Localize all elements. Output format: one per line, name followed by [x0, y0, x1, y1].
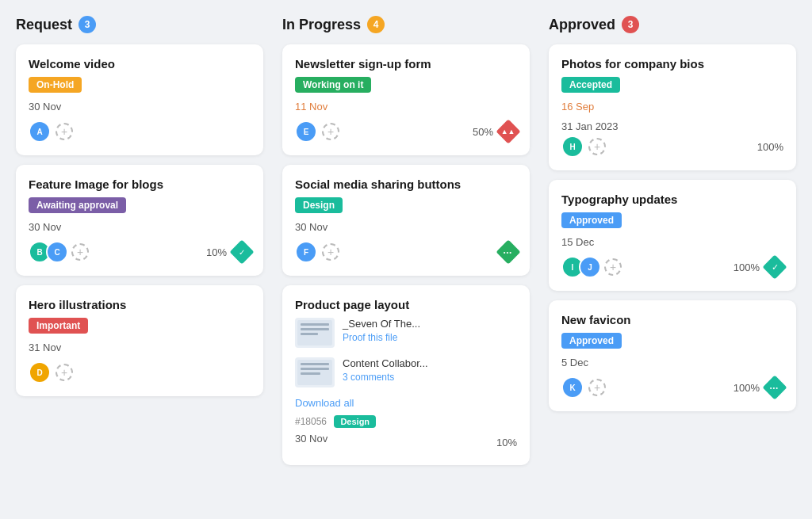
- card-product-page: Product page layout _Seven Of The... Pro…: [282, 285, 530, 465]
- card-title: Product page layout: [295, 298, 517, 311]
- card-footer: F + •••: [295, 241, 517, 263]
- progress-area: 50% ▲▲: [473, 123, 517, 140]
- avatar: D: [29, 361, 51, 384]
- avatars-row: K +: [561, 376, 606, 399]
- percent: 100%: [733, 382, 760, 394]
- column-title-in-progress: In Progress: [282, 17, 361, 33]
- add-assignee-button[interactable]: +: [588, 379, 606, 396]
- progress-area: 100% ✓: [733, 258, 783, 276]
- add-assignee-button[interactable]: +: [56, 364, 73, 381]
- comments-link[interactable]: 3 comments: [343, 372, 394, 383]
- column-header-request: Request 3: [16, 16, 263, 33]
- percent: 10%: [496, 437, 517, 448]
- card-hero-illustrations: Hero illustrations Important 31 Nov D +: [16, 285, 263, 396]
- file-thumbnail-1: [295, 318, 335, 348]
- avatar: F: [295, 241, 317, 263]
- file-thumb-inner: [297, 360, 332, 385]
- file-thumbnail-2: [295, 357, 335, 387]
- thumb-line: [301, 328, 329, 330]
- card-footer: D +: [29, 361, 251, 384]
- avatar: A: [29, 120, 51, 143]
- thumb-line: [301, 323, 329, 326]
- percent: 50%: [473, 126, 493, 138]
- check-icon: [229, 239, 254, 264]
- column-title-approved: Approved: [549, 17, 615, 33]
- thumb-line: [301, 333, 318, 335]
- file-name-2: Content Collabor...: [343, 357, 428, 369]
- card-footer: H + 100%: [561, 135, 783, 158]
- percent: 100%: [757, 141, 783, 153]
- column-in-progress: In Progress 4 Newsletter sign-up form Wo…: [282, 16, 530, 475]
- column-badge-approved: 3: [622, 16, 639, 33]
- card-footer: 30 Nov 10%: [295, 433, 517, 452]
- dots-icon: •••: [762, 375, 787, 399]
- add-assignee-button[interactable]: +: [322, 243, 339, 261]
- card-date-secondary: 31 Jan 2023: [561, 120, 783, 132]
- add-assignee-button[interactable]: +: [56, 123, 73, 140]
- card-title: Welcome video: [29, 57, 251, 71]
- avatars-row: E +: [295, 120, 339, 143]
- column-header-in-progress: In Progress 4: [282, 16, 530, 33]
- card-title: Feature Image for blogs: [29, 177, 251, 191]
- card-date: 30 Nov: [295, 433, 327, 445]
- avatars-row: D +: [29, 361, 73, 384]
- file-name-1: _Seven Of The...: [343, 318, 420, 330]
- card-footer: K + 100% •••: [561, 376, 783, 399]
- card-title: Hero illustrations: [29, 298, 251, 311]
- card-tag: Approved: [561, 333, 622, 349]
- card-typography: Typography updates Approved 15 Dec I J +…: [549, 180, 796, 291]
- card-welcome-video: Welcome video On-Hold 30 Nov A +: [16, 44, 263, 155]
- avatars-row: F +: [295, 241, 339, 263]
- file-info-2: Content Collabor... 3 comments: [343, 357, 428, 384]
- column-approved: Approved 3 Photos for company bios Accep…: [549, 16, 796, 475]
- check-icon: ✓: [762, 254, 787, 279]
- proof-file-link[interactable]: Proof this file: [343, 332, 397, 343]
- avatar: K: [561, 376, 584, 399]
- add-assignee-button[interactable]: +: [588, 138, 606, 155]
- card-new-favicon: New favicon Approved 5 Dec K + 100% •••: [549, 300, 796, 411]
- download-all-link[interactable]: Download all: [295, 397, 517, 409]
- card-title: Social media sharing buttons: [295, 177, 517, 191]
- file-attachment-1: _Seven Of The... Proof this file: [295, 318, 517, 348]
- card-tag: Approved: [561, 212, 622, 228]
- column-request: Request 3 Welcome video On-Hold 30 Nov A…: [16, 16, 263, 475]
- avatar: E: [295, 120, 317, 143]
- add-assignee-button[interactable]: +: [71, 243, 89, 261]
- up-icon: ▲▲: [496, 119, 520, 143]
- card-footer: A +: [29, 120, 251, 143]
- card-date: 15 Dec: [561, 236, 783, 248]
- card-date-primary: 16 Sep: [561, 101, 783, 113]
- column-badge-request: 3: [79, 16, 96, 33]
- card-id-tag: Design: [334, 415, 376, 428]
- card-footer: I J + 100% ✓: [561, 256, 783, 278]
- card-title: New favicon: [561, 313, 783, 326]
- progress-area: 100% •••: [733, 379, 783, 396]
- thumb-line: [301, 372, 320, 375]
- thumb-line: [301, 363, 329, 365]
- percent: 100%: [733, 261, 760, 273]
- column-header-approved: Approved 3: [549, 16, 796, 33]
- card-date: 31 Nov: [29, 342, 251, 353]
- card-footer: E + 50% ▲▲: [295, 120, 517, 143]
- card-title: Typography updates: [561, 193, 783, 206]
- card-tag: Design: [295, 197, 343, 213]
- card-social-media: Social media sharing buttons Design 30 N…: [282, 165, 530, 276]
- card-date: 30 Nov: [29, 101, 251, 113]
- card-newsletter: Newsletter sign-up form Working on it 11…: [282, 44, 530, 155]
- card-date: 30 Nov: [29, 221, 251, 233]
- avatars-row: A +: [29, 120, 73, 143]
- add-assignee-button[interactable]: +: [322, 123, 339, 140]
- file-info-1: _Seven Of The... Proof this file: [343, 318, 420, 344]
- kanban-board: Request 3 Welcome video On-Hold 30 Nov A…: [16, 16, 796, 475]
- card-feature-image: Feature Image for blogs Awaiting approva…: [16, 165, 263, 276]
- avatars-row: I J +: [561, 256, 622, 278]
- card-footer: B C + 10%: [29, 241, 251, 263]
- card-date: 30 Nov: [295, 221, 517, 233]
- card-tag: Accepted: [561, 77, 620, 93]
- column-badge-in-progress: 4: [367, 16, 385, 33]
- card-id: #18056 Design: [295, 415, 517, 428]
- card-photos: Photos for company bios Accepted 16 Sep …: [549, 44, 796, 170]
- card-tag: Important: [29, 318, 88, 334]
- add-assignee-button[interactable]: +: [604, 258, 622, 276]
- avatar: J: [579, 256, 601, 278]
